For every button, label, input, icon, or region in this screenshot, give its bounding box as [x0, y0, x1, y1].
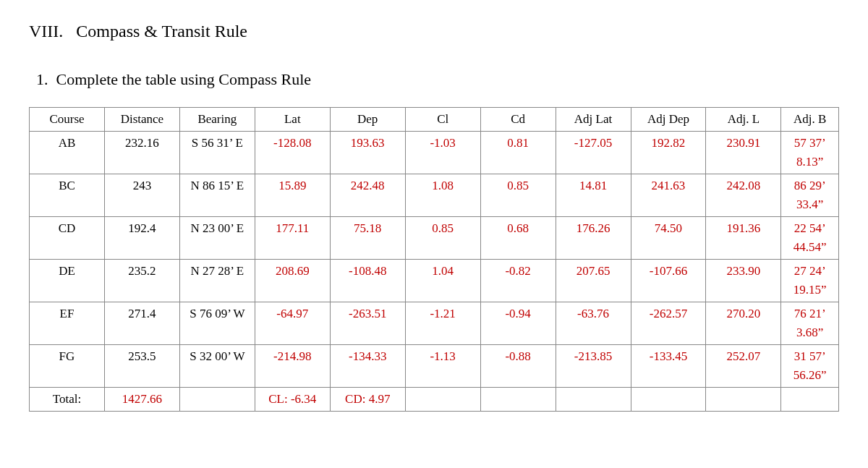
cell-dep: 193.63: [330, 132, 405, 174]
cell-bearing: S 56 31’ E: [179, 132, 255, 174]
section-number: VIII.: [29, 22, 63, 41]
cell-adj-dep: 241.63: [631, 174, 706, 217]
cell-adj-lat: -213.85: [556, 345, 631, 388]
cell-adj-l: 191.36: [706, 217, 781, 260]
cell-bearing: S 32 00’ W: [179, 345, 255, 388]
cell-dep: -263.51: [330, 302, 405, 345]
adj-b-line2: 33.4”: [781, 195, 838, 216]
table-row: FG253.5S 32 00’ W-214.98-134.33-1.13-0.8…: [30, 345, 839, 388]
item-text: Complete the table using Compass Rule: [56, 70, 312, 88]
adj-b-line2: 19.15”: [781, 281, 838, 302]
cell-course: FG: [30, 345, 105, 388]
table-header-row: Course Distance Bearing Lat Dep Cl Cd Ad…: [30, 108, 839, 132]
cell-cd: -0.94: [480, 302, 556, 345]
cell-adj-l: 252.07: [706, 345, 781, 388]
adj-b-line1: 31 57’: [781, 345, 838, 366]
adj-b-line2: 8.13”: [781, 153, 838, 174]
header-adj-l: Adj. L: [706, 108, 781, 132]
cell-cd: 0.68: [480, 217, 556, 260]
cell-adj-l: 230.91: [706, 132, 781, 174]
section-heading: VIII. Compass & Transit Rule: [29, 22, 839, 41]
adj-b-line1: 57 37’: [781, 132, 838, 153]
cell-distance: 235.2: [104, 260, 179, 302]
header-bearing: Bearing: [179, 108, 255, 132]
cell-lat: 177.11: [255, 217, 330, 260]
cell-adj-lat: 14.81: [556, 174, 631, 217]
cell-bearing: N 27 28’ E: [179, 260, 255, 302]
cell-cl: -1.13: [405, 345, 480, 388]
header-dep: Dep: [330, 108, 405, 132]
cell-cd: -0.82: [480, 260, 556, 302]
cell-empty: [631, 388, 706, 412]
header-adj-b: Adj. B: [781, 108, 839, 132]
cell-empty: [480, 388, 556, 412]
cell-bearing: N 86 15’ E: [179, 174, 255, 217]
table-row: EF271.4S 76 09’ W-64.97-263.51-1.21-0.94…: [30, 302, 839, 345]
compass-rule-table: Course Distance Bearing Lat Dep Cl Cd Ad…: [29, 107, 839, 412]
cell-adj-l: 233.90: [706, 260, 781, 302]
table-total-row: Total:1427.66CL: -6.34CD: 4.97: [30, 388, 839, 412]
cell-cl: -1.03: [405, 132, 480, 174]
cell-distance: 192.4: [104, 217, 179, 260]
section-title: Compass & Transit Rule: [76, 22, 247, 41]
cell-bearing: N 23 00’ E: [179, 217, 255, 260]
cell-adj-dep: -262.57: [631, 302, 706, 345]
cell-cl: 0.85: [405, 217, 480, 260]
cell-total-lat: CL: -6.34: [255, 388, 330, 412]
item-number: 1.: [36, 70, 48, 88]
cell-course: CD: [30, 217, 105, 260]
cell-lat: 15.89: [255, 174, 330, 217]
adj-b-line2: 56.26”: [781, 366, 838, 387]
cell-dep: 75.18: [330, 217, 405, 260]
table-row: BC243N 86 15’ E15.89242.481.080.8514.812…: [30, 174, 839, 217]
cell-empty: [706, 388, 781, 412]
adj-b-line1: 22 54’: [781, 217, 838, 238]
cell-total-dep: CD: 4.97: [330, 388, 405, 412]
cell-empty: [405, 388, 480, 412]
cell-dep: -134.33: [330, 345, 405, 388]
header-lat: Lat: [255, 108, 330, 132]
cell-cd: 0.81: [480, 132, 556, 174]
cell-adj-lat: 207.65: [556, 260, 631, 302]
table-row: DE235.2N 27 28’ E208.69-108.481.04-0.822…: [30, 260, 839, 302]
cell-total-distance: 1427.66: [104, 388, 179, 412]
cell-lat: -214.98: [255, 345, 330, 388]
cell-adj-dep: -133.45: [631, 345, 706, 388]
table-row: AB232.16S 56 31’ E-128.08193.63-1.030.81…: [30, 132, 839, 174]
cell-adj-b: 86 29’33.4”: [781, 174, 839, 217]
cell-cl: -1.21: [405, 302, 480, 345]
cell-distance: 253.5: [104, 345, 179, 388]
cell-lat: -128.08: [255, 132, 330, 174]
cell-lat: 208.69: [255, 260, 330, 302]
cell-cd: -0.88: [480, 345, 556, 388]
cell-course: BC: [30, 174, 105, 217]
cell-adj-l: 270.20: [706, 302, 781, 345]
cell-dep: 242.48: [330, 174, 405, 217]
cell-distance: 271.4: [104, 302, 179, 345]
cell-adj-lat: 176.26: [556, 217, 631, 260]
adj-b-line1: 27 24’: [781, 260, 838, 281]
header-distance: Distance: [104, 108, 179, 132]
adj-b-line2: 3.68”: [781, 323, 838, 344]
cell-course: EF: [30, 302, 105, 345]
header-cl: Cl: [405, 108, 480, 132]
cell-bearing: S 76 09’ W: [179, 302, 255, 345]
cell-empty: [781, 388, 839, 412]
cell-adj-lat: -127.05: [556, 132, 631, 174]
cell-adj-b: 76 21’3.68”: [781, 302, 839, 345]
cell-course: DE: [30, 260, 105, 302]
cell-cd: 0.85: [480, 174, 556, 217]
cell-adj-dep: 192.82: [631, 132, 706, 174]
cell-lat: -64.97: [255, 302, 330, 345]
cell-course: AB: [30, 132, 105, 174]
cell-adj-lat: -63.76: [556, 302, 631, 345]
header-course: Course: [30, 108, 105, 132]
cell-adj-dep: 74.50: [631, 217, 706, 260]
cell-empty: [556, 388, 631, 412]
cell-adj-b: 31 57’56.26”: [781, 345, 839, 388]
adj-b-line1: 86 29’: [781, 174, 838, 195]
header-adj-dep: Adj Dep: [631, 108, 706, 132]
cell-adj-b: 27 24’19.15”: [781, 260, 839, 302]
adj-b-line1: 76 21’: [781, 302, 838, 323]
cell-adj-b: 22 54’44.54”: [781, 217, 839, 260]
